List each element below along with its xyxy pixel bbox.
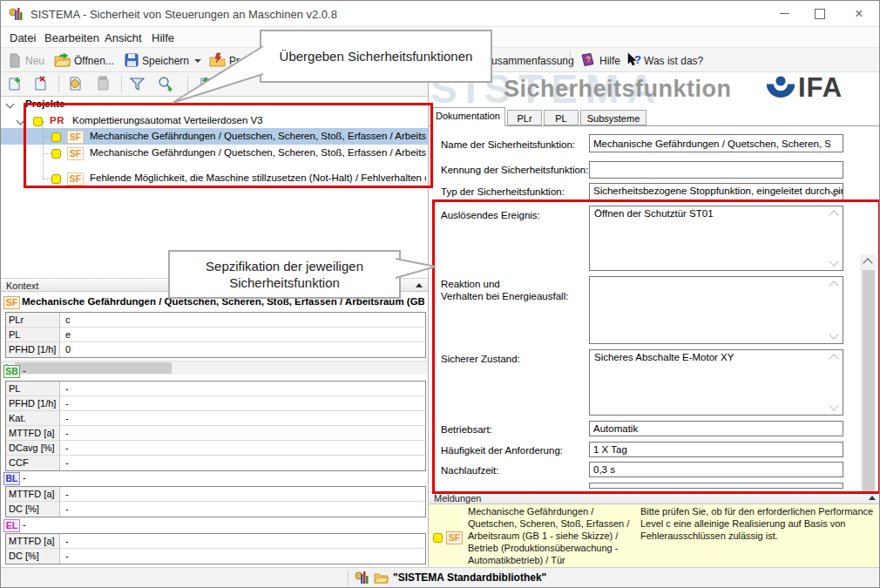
reaktion-label-line1: Reaktion und bbox=[441, 279, 500, 289]
kontext-bl-title: - bbox=[23, 472, 26, 483]
tree-item-label: Mechanische Gefährdungen / Quetschen, Sc… bbox=[90, 131, 426, 141]
add-item-icon[interactable] bbox=[6, 76, 23, 92]
kontext-el-title: - bbox=[23, 519, 26, 530]
filter-icon[interactable] bbox=[129, 76, 146, 92]
nachlaufzeit-input[interactable] bbox=[589, 462, 843, 477]
row-value: - bbox=[60, 411, 69, 425]
typ-select[interactable]: Sicherheitsbezogene Stoppfunktion, einge… bbox=[589, 183, 843, 200]
tab-subsysteme[interactable]: Subsysteme bbox=[580, 110, 646, 125]
minimize-button[interactable] bbox=[769, 1, 799, 26]
typ-select-value: Sicherheitsbezogene Stoppfunktion, einge… bbox=[593, 186, 843, 196]
reaktion-textarea[interactable] bbox=[589, 276, 843, 344]
panel-title: Sicherheitsfunktion bbox=[504, 76, 732, 103]
close-icon: × bbox=[855, 7, 863, 21]
menu-hilfe[interactable]: Hilfe bbox=[152, 31, 174, 44]
scroll-up-icon[interactable] bbox=[829, 354, 838, 363]
scroll-up-icon[interactable] bbox=[863, 258, 872, 267]
help-button[interactable]: Hilfe bbox=[599, 55, 620, 67]
menu-datei[interactable]: Datei bbox=[10, 31, 36, 44]
row-label: PFHD [1/h] bbox=[6, 396, 60, 410]
scroll-down-icon[interactable] bbox=[829, 401, 838, 410]
collapse-icon[interactable] bbox=[416, 283, 423, 287]
tree-item-project[interactable]: PR Komplettierungsautomat Verteilerdosen… bbox=[1, 113, 428, 129]
pr-badge: PR bbox=[50, 115, 64, 125]
kontext-sb-table: PL- PFHD [1/h]- Kat.- MTTFD [a]- DCavg [… bbox=[5, 381, 426, 471]
tree-item-sf-2[interactable]: SF Mechanische Gefährdungen / Quetschen,… bbox=[1, 145, 428, 161]
statusbar-separator bbox=[348, 571, 349, 585]
row-label: MTTFD [a] bbox=[6, 534, 60, 548]
search-icon[interactable] bbox=[157, 76, 174, 93]
tree-item-sf-1[interactable]: SF Mechanische Gefährdungen / Quetschen,… bbox=[1, 129, 428, 145]
scroll-up-icon[interactable] bbox=[829, 210, 838, 220]
paste-item-icon[interactable] bbox=[95, 76, 112, 92]
maximize-button[interactable] bbox=[805, 1, 835, 26]
tree-item-sf-3[interactable]: SF Fehlende Möglichkeit, die Maschine st… bbox=[1, 171, 428, 186]
chevron-down-icon[interactable] bbox=[17, 117, 25, 125]
copy-item-icon[interactable] bbox=[67, 76, 84, 92]
scrollbar-thumb[interactable] bbox=[863, 270, 875, 527]
row-label: PL bbox=[6, 382, 60, 395]
sf-badge: SF bbox=[3, 296, 20, 309]
next-field-partial bbox=[589, 483, 843, 489]
sf-badge: SF bbox=[446, 531, 463, 544]
scroll-up-icon[interactable] bbox=[829, 280, 838, 290]
ausloesendes-value: Öffnen der Schutztür ST01 bbox=[594, 208, 714, 219]
close-project-button[interactable]: Projekt sch bbox=[229, 55, 261, 67]
toolbar-separator bbox=[187, 76, 188, 92]
haeufigkeit-input[interactable] bbox=[589, 442, 843, 457]
scroll-down-icon[interactable] bbox=[829, 256, 838, 266]
zustand-textarea[interactable]: Sicheres Abschalte E-Motor XY bbox=[589, 349, 843, 416]
chevron-down-icon[interactable] bbox=[6, 100, 15, 109]
kennung-input[interactable] bbox=[589, 161, 843, 179]
save-floppy-icon bbox=[125, 53, 139, 67]
haeufigkeit-label: Häufigkeit der Anforderung: bbox=[441, 445, 563, 456]
tab-plr[interactable]: PLr bbox=[507, 110, 542, 125]
row-value: 0 bbox=[60, 342, 71, 357]
delete-item-icon[interactable] bbox=[32, 76, 49, 92]
typ-label: Typ der Sicherheitsfunktion: bbox=[441, 186, 565, 197]
meldungen-row[interactable]: SF Mechanische Gefährdungen / Quetschen,… bbox=[429, 504, 880, 565]
row-value: - bbox=[60, 441, 69, 455]
close-project-folder-icon bbox=[209, 52, 226, 68]
tree-root-label: Projekte bbox=[25, 98, 64, 109]
row-value: - bbox=[60, 549, 69, 564]
scroll-down-icon[interactable] bbox=[829, 329, 838, 339]
sf-badge: SF bbox=[67, 147, 84, 160]
ifa-logo-icon bbox=[765, 75, 796, 103]
open-button[interactable]: Öffnen... bbox=[74, 55, 114, 67]
save-dropdown-arrow-icon[interactable] bbox=[194, 59, 201, 63]
row-label: PFHD [1/h] bbox=[6, 342, 60, 357]
toolbar-separator bbox=[121, 76, 122, 92]
name-input[interactable] bbox=[589, 134, 843, 152]
transfer-item-icon[interactable] bbox=[198, 76, 214, 92]
app-window: SISTEMA - Sicherheit von Steuerungen an … bbox=[0, 0, 880, 588]
callout-text: Übergeben Sicherheitsfunktionen bbox=[280, 49, 473, 64]
summary-button[interactable]: usammenfassung bbox=[491, 55, 574, 67]
maximize-icon bbox=[815, 9, 825, 19]
new-button[interactable]: Neu bbox=[25, 55, 44, 67]
ausloesendes-textarea[interactable]: Öffnen der Schutztür ST01 bbox=[589, 206, 843, 271]
row-value: - bbox=[60, 534, 69, 548]
el-badge: EL bbox=[3, 519, 20, 532]
kontext-sb-title: - bbox=[23, 365, 26, 375]
whats-this-cursor-icon: ? bbox=[626, 52, 642, 68]
tab-dokumentation[interactable]: Dokumentation bbox=[430, 107, 505, 126]
scrollbar-thumb[interactable] bbox=[15, 362, 172, 374]
kontext-bl-table: MTTFD [a]- DC [%]- bbox=[5, 486, 426, 517]
close-button[interactable]: × bbox=[844, 1, 874, 26]
ausloesendes-label: Auslösendes Ereignis: bbox=[441, 210, 540, 220]
meldungen-header: Meldungen bbox=[429, 491, 880, 504]
menu-bearbeiten[interactable]: Bearbeiten bbox=[44, 31, 99, 44]
bl-badge: BL bbox=[3, 472, 20, 485]
tree-horizontal-scrollbar[interactable] bbox=[1, 361, 428, 375]
tab-pl[interactable]: PL bbox=[544, 110, 579, 125]
row-value: - bbox=[60, 426, 69, 440]
tree-root-projekte[interactable]: Projekte bbox=[1, 98, 428, 113]
save-button[interactable]: Speichern bbox=[142, 55, 189, 67]
menu-ansicht[interactable]: Ansicht bbox=[105, 31, 142, 44]
collapse-icon[interactable] bbox=[869, 496, 876, 500]
svg-text:?: ? bbox=[634, 53, 641, 66]
whats-this-button[interactable]: Was ist das? bbox=[644, 55, 703, 67]
betriebsart-input[interactable] bbox=[589, 421, 843, 436]
reaktion-label-line2: Verhalten bei Energieausfall: bbox=[441, 291, 568, 301]
